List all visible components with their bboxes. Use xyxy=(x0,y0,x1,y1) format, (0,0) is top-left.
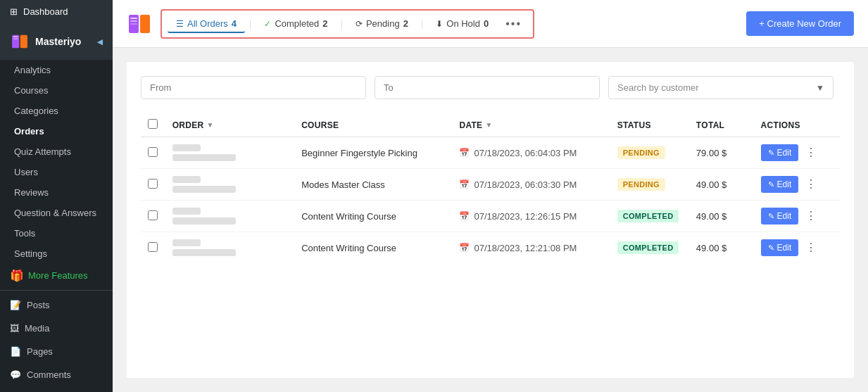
masteriyo-logo xyxy=(10,32,30,51)
filter-row: Search by customer ▼ xyxy=(141,76,840,99)
table-row: Beginner Fingerstyle Picking 📅 07/18/202… xyxy=(141,137,840,169)
th-actions: ACTIONS xyxy=(754,113,840,137)
order-skeleton xyxy=(172,239,288,256)
th-date[interactable]: DATE ▼ xyxy=(452,113,610,137)
edit-button[interactable]: ✎ Edit xyxy=(761,208,799,225)
edit-button[interactable]: ✎ Edit xyxy=(761,239,799,256)
sidebar-item-analytics[interactable]: Analytics xyxy=(0,60,113,80)
sidebar-item-settings[interactable]: Settings xyxy=(0,244,113,264)
sidebar-item-comments[interactable]: 💬 Comments xyxy=(0,363,113,386)
status-cell: COMPLETED xyxy=(610,201,689,232)
order-id-cell xyxy=(165,201,295,232)
edit-button[interactable]: ✎ Edit xyxy=(761,144,799,161)
total-cell: 79.00 $ xyxy=(689,137,754,169)
brand-name: Masteriyo xyxy=(35,36,81,47)
more-actions-button[interactable]: ⋮ xyxy=(803,146,819,160)
status-badge: COMPLETED xyxy=(617,241,679,254)
create-new-order-button[interactable]: + Create New Order xyxy=(746,11,854,36)
sidebar: ⊞ Dashboard Masteriyo ◀ Analytics Course… xyxy=(0,0,113,392)
sidebar-item-media[interactable]: 🖼 Media xyxy=(0,317,113,340)
course-name-cell: Modes Master Class xyxy=(294,169,452,201)
date-cell: 📅 07/18/2023, 06:03:30 PM xyxy=(452,169,610,201)
sidebar-brand[interactable]: Masteriyo ◀ xyxy=(0,23,113,60)
from-date-input[interactable] xyxy=(141,76,366,99)
svg-rect-6 xyxy=(130,18,137,19)
tab-label: Pending xyxy=(366,18,400,29)
sidebar-item-tools[interactable]: Tools xyxy=(0,223,113,244)
row-checkbox[interactable] xyxy=(148,210,158,220)
row-checkbox[interactable] xyxy=(148,179,158,189)
calendar-icon: 📅 xyxy=(459,211,470,221)
row-checkbox[interactable] xyxy=(148,147,158,157)
sidebar-divider xyxy=(0,290,113,291)
row-checkbox-cell xyxy=(141,137,165,169)
more-features-item[interactable]: 🎁 More Features xyxy=(0,264,113,287)
svg-rect-1 xyxy=(20,35,27,49)
order-skeleton xyxy=(172,208,288,225)
order-skeleton xyxy=(172,176,288,193)
status-badge: PENDING xyxy=(617,178,665,191)
tab-divider-3: | xyxy=(421,18,423,29)
more-actions-button[interactable]: ⋮ xyxy=(803,209,819,223)
tab-label: On Hold xyxy=(446,18,480,29)
select-all-checkbox[interactable] xyxy=(148,119,158,129)
th-course: COURSE xyxy=(294,113,452,137)
svg-rect-7 xyxy=(130,20,137,22)
total-cell: 49.00 $ xyxy=(689,232,754,264)
skeleton-line xyxy=(172,249,236,256)
grid-icon: ⊞ xyxy=(10,6,18,17)
tab-label: Completed xyxy=(275,18,319,29)
more-tabs-button[interactable]: ••• xyxy=(500,13,527,34)
more-actions-button[interactable]: ⋮ xyxy=(803,177,819,191)
skeleton-line xyxy=(172,208,201,215)
date-value: 07/18/2023, 06:04:03 PM xyxy=(474,148,577,158)
total-cell: 49.00 $ xyxy=(689,169,754,201)
tab-completed[interactable]: ✓ Completed 2 xyxy=(256,14,336,33)
skeleton-line xyxy=(172,186,236,193)
tab-divider: | xyxy=(249,18,251,29)
all-orders-icon: ☰ xyxy=(176,19,184,29)
table-row: Content Writing Course 📅 07/18/2023, 12:… xyxy=(141,232,840,264)
course-name-cell: Content Writing Course xyxy=(294,201,452,232)
calendar-icon: 📅 xyxy=(459,243,470,253)
row-checkbox-cell xyxy=(141,232,165,264)
sidebar-item-question-answers[interactable]: Question & Answers xyxy=(0,203,113,223)
more-actions-button[interactable]: ⋮ xyxy=(803,241,819,255)
sidebar-item-orders[interactable]: Orders xyxy=(0,121,113,141)
sidebar-item-categories[interactable]: Categories xyxy=(0,101,113,121)
sidebar-item-label: Dashboard xyxy=(23,6,68,17)
svg-rect-3 xyxy=(13,38,18,39)
sidebar-item-courses[interactable]: Courses xyxy=(0,80,113,101)
skeleton-line xyxy=(172,176,201,183)
search-customer-dropdown[interactable]: Search by customer ▼ xyxy=(608,76,834,99)
order-skeleton xyxy=(172,144,288,161)
skeleton-line xyxy=(172,154,236,161)
tab-on-hold[interactable]: ⬇ On Hold 0 xyxy=(427,14,497,33)
sidebar-item-quiz-attempts[interactable]: Quiz Attempts xyxy=(0,141,113,162)
tab-all-orders[interactable]: ☰ All Orders 4 xyxy=(168,14,245,33)
media-icon: 🖼 xyxy=(10,323,19,334)
sidebar-item-posts[interactable]: 📝 Posts xyxy=(0,293,113,317)
order-id-cell xyxy=(165,169,295,201)
to-date-input[interactable] xyxy=(375,76,600,99)
edit-button[interactable]: ✎ Edit xyxy=(761,176,799,193)
sidebar-item-dashboard[interactable]: ⊞ Dashboard xyxy=(0,0,113,23)
main-content: ☰ All Orders 4 | ✓ Completed 2 | ⟳ Pendi… xyxy=(113,0,868,392)
sidebar-item-users[interactable]: Users xyxy=(0,162,113,182)
sidebar-item-pages[interactable]: 📄 Pages xyxy=(0,340,113,363)
calendar-icon: 📅 xyxy=(459,148,470,158)
th-order[interactable]: ORDER ▼ xyxy=(165,113,295,137)
sidebar-item-reviews[interactable]: Reviews xyxy=(0,182,113,203)
tab-pending[interactable]: ⟳ Pending 2 xyxy=(347,14,417,33)
edit-icon: ✎ xyxy=(768,180,774,189)
course-name-cell: Beginner Fingerstyle Picking xyxy=(294,137,452,169)
actions-cell: ✎ Edit ⋮ xyxy=(754,169,840,201)
order-id-cell xyxy=(165,137,295,169)
table-row: Modes Master Class 📅 07/18/2023, 06:03:3… xyxy=(141,169,840,201)
all-orders-count: 4 xyxy=(232,18,237,29)
svg-rect-8 xyxy=(130,23,137,25)
topbar: ☰ All Orders 4 | ✓ Completed 2 | ⟳ Pendi… xyxy=(113,0,868,48)
svg-rect-2 xyxy=(13,36,18,37)
date-sort-icon: ▼ xyxy=(485,121,492,129)
row-checkbox[interactable] xyxy=(148,242,158,252)
